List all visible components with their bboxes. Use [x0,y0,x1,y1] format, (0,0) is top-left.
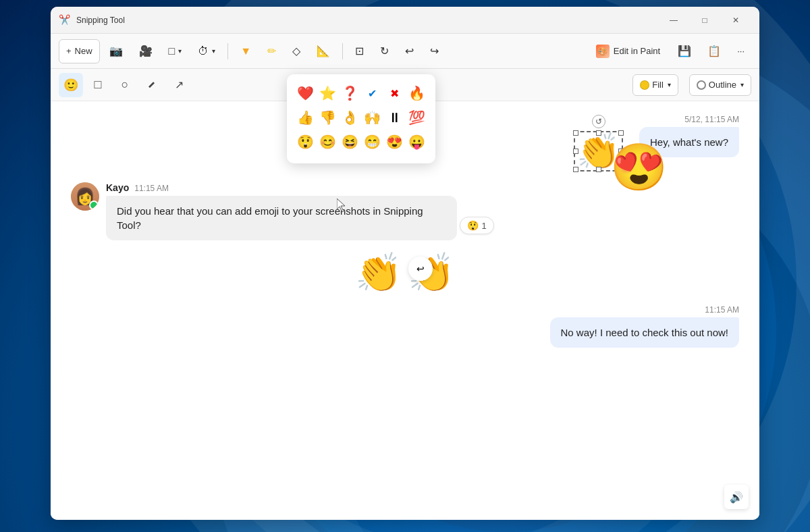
sender-name: Kayo [106,182,129,193]
ruler-icon: 📐 [317,46,330,57]
settings-button[interactable]: 🔊 [724,485,749,509]
kayo-avatar: 👩 [71,182,99,211]
rectangle-tool-icon: □ [94,78,102,92]
emoji-tongue[interactable]: 😛 [406,131,427,153]
redo-button[interactable]: ↪ [423,39,446,63]
maximize-button[interactable]: □ [689,9,720,31]
emoji-clap[interactable]: 🙌 [362,107,383,128]
handle-ml[interactable] [573,149,578,154]
timer-chevron: ▾ [212,47,215,55]
reaction-emoji: 😲 [467,220,479,231]
received-message-text: Did you hear that you can add emoji to y… [117,205,423,231]
fill-color-dot [640,80,649,90]
handle-bl[interactable] [573,167,578,172]
ruler-button[interactable]: 📐 [310,39,337,63]
emoji-picker-popup: ❤️ ⭐ ❓ ✔ ✖ 🔥 👍 👎 👌 🙌 ⏸ 💯 😲 😊 😆 😁 😍 😛 [287,74,435,163]
timer-button[interactable]: ⏱ ▾ [191,39,222,63]
rotation-handle[interactable]: ↺ [592,115,605,128]
eraser-button[interactable]: ◇ [286,39,307,63]
online-indicator [89,201,99,210]
handle-tm[interactable] [596,130,601,136]
edit-in-paint-button[interactable]: 🎨 Edit in Paint [588,39,668,63]
arrow-tool-button[interactable]: ↗ [167,73,191,97]
handle-mr[interactable] [618,149,624,154]
more-icon: ··· [737,46,745,56]
arrow-tool-icon: ↗ [175,78,184,91]
minimize-button[interactable]: — [658,9,689,31]
selected-emoji-box[interactable]: 👏 [576,134,620,169]
emoji-love[interactable]: 😍 [384,131,405,153]
rectangle-tool-button[interactable]: □ [86,73,110,97]
emoji-laugh[interactable]: 😆 [340,131,360,153]
outline-button[interactable]: Outline ▾ [689,74,751,96]
emoji-heart[interactable]: ❤️ [295,82,316,104]
reaction-count: 1 [481,221,486,231]
handle-tr[interactable] [618,130,624,136]
title-bar: ✂️ Snipping Tool — □ ✕ [51,7,759,34]
emoji-question[interactable]: ❓ [340,82,360,104]
emoji-grin[interactable]: 😁 [362,131,383,153]
share-button[interactable]: ↩ [408,257,433,281]
emoji-surprised[interactable]: 😲 [295,131,316,153]
paint-app-icon: 🎨 [596,45,610,58]
emoji-ok[interactable]: 👌 [340,107,360,128]
new-label: New [75,46,92,56]
sent-time-1: 5/12, 11:15 AM [684,115,739,124]
chat-screenshot: 5/12, 11:15 AM ↺ 👏 [51,101,759,520]
circle-tool-button[interactable]: ○ [113,73,137,97]
app-icon: ✂️ [59,14,71,26]
main-toolbar: + New 📷 🎥 □ ▾ ⏱ ▾ ▼ ✏ ◇ 📐 [51,34,759,69]
sent-bubble-1: Hey, what's new? [639,127,739,157]
emoji-xmark[interactable]: ✖ [384,82,405,104]
crop-button[interactable]: ⊡ [348,39,371,63]
emoji-fire[interactable]: 🔥 [406,82,427,104]
rotate-icon: ↻ [380,46,389,57]
emoji-row-2: 👍 👎 👌 🙌 ⏸ 💯 [295,107,427,128]
close-button[interactable]: ✕ [720,9,751,31]
line-tool-button[interactable]: ━ [140,73,164,97]
toolbar-divider-1 [227,43,228,59]
shape-button[interactable]: □ ▾ [162,39,189,63]
clap-emojis-section: 👏 👏 [71,254,739,292]
copy-button[interactable]: 📋 [701,39,728,63]
msg-header: Kayo 11:15 AM [106,182,739,193]
save-button[interactable]: 💾 [671,39,698,63]
emoji-smile[interactable]: 😊 [317,131,338,153]
more-button[interactable]: ··· [730,39,751,63]
rotate-button[interactable]: ↻ [373,39,396,63]
timer-icon: ⏱ [198,46,209,57]
emoji-100[interactable]: 💯 [406,107,427,128]
emoji-checkmark[interactable]: ✔ [362,82,383,104]
emoji-thumbsup[interactable]: 👍 [295,107,316,128]
undo-button[interactable]: ↩ [398,39,421,63]
handle-br[interactable] [618,167,624,172]
emoji-pause[interactable]: ⏸ [384,107,405,128]
circle-tool-icon: ○ [122,78,129,92]
line-tool-icon: ━ [145,78,159,92]
handle-tl[interactable] [573,130,578,136]
camera-icon: 📷 [109,46,123,57]
outline-chevron: ▾ [740,81,744,88]
save-icon: 💾 [678,46,691,57]
video-button[interactable]: 🎥 [132,39,159,63]
emoji-thumbsdown[interactable]: 👎 [317,107,338,128]
reaction-badge[interactable]: 😲 1 [460,217,493,234]
highlighter-icon: ▼ [240,46,251,57]
fill-chevron: ▾ [668,81,671,88]
fill-button[interactable]: Fill ▾ [632,74,678,96]
emoji-tool-button[interactable]: 🙂 [59,73,83,97]
crop-icon: ⊡ [355,46,364,57]
handle-bm[interactable] [596,167,601,172]
pen-yellow-button[interactable]: ✏ [261,39,283,63]
received-msg-1: 👩 Kayo 11:15 AM Did you hear that you ca… [71,182,739,240]
sent-msg-2-container: 11:15 AM No way! I need to check this ou… [71,305,739,348]
shape-chevron: ▾ [178,47,182,55]
emoji-star[interactable]: ⭐ [317,82,338,104]
sent-message-2-text: No way! I need to check this out now! [561,327,728,338]
camera-button[interactable]: 📷 [103,39,130,63]
new-button[interactable]: + New [59,39,100,63]
emoji-row-3: 😲 😊 😆 😁 😍 😛 [295,131,427,153]
highlighter-button[interactable]: ▼ [234,39,258,63]
content-area: 5/12, 11:15 AM ↺ 👏 [51,101,759,520]
emoji-row-1: ❤️ ⭐ ❓ ✔ ✖ 🔥 [295,82,427,104]
